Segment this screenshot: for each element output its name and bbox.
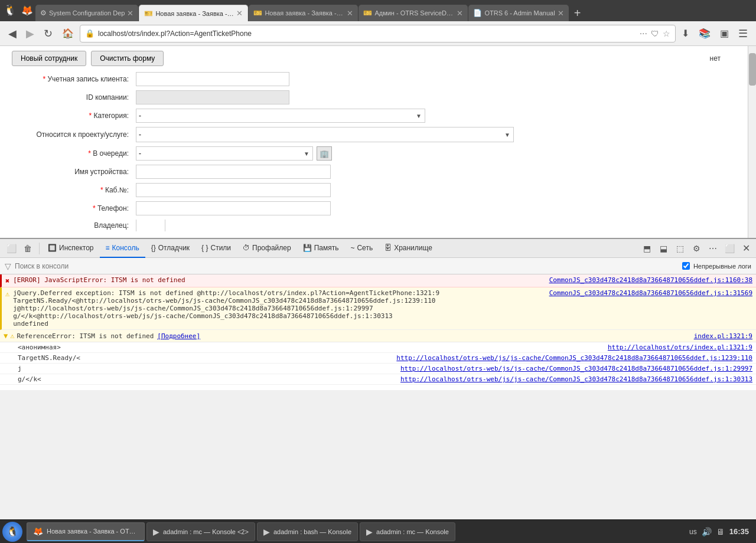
stack-link-4[interactable]: http://localhost/otrs-web/js/js-cache/Co… <box>400 375 752 383</box>
profiler-icon: ⏱ <box>243 244 250 252</box>
library-button[interactable]: 📚 <box>695 25 714 41</box>
clear-form-button[interactable]: Очистить форму <box>91 51 164 66</box>
tab5-icon: 📄 <box>473 9 482 17</box>
nav-bar: ◀ ▶ ↻ 🏠 🔒 localhost/otrs/index.pl?Action… <box>0 21 756 46</box>
devtools-panel: ⬜ 🗑 🔲 Инспектор ≡ Консоль {} Отладчик { … <box>0 238 756 390</box>
inspector-icon: 🔲 <box>48 244 57 252</box>
devtools-styles-btn[interactable]: { } Стили <box>195 239 237 258</box>
new-employee-button[interactable]: Новый сотрудник <box>12 51 86 66</box>
new-tab-button[interactable]: + <box>569 5 586 21</box>
tab1-close[interactable]: ✕ <box>127 9 133 18</box>
error-link[interactable]: CommonJS_c303d478c2418d8a736648710656dde… <box>545 276 752 284</box>
tab-system-config[interactable]: ⚙ System Configuration Dep ✕ <box>35 5 138 21</box>
scrollbar[interactable] <box>748 46 756 238</box>
address-bar[interactable]: 🔒 localhost/otrs/index.pl?Action=AgentTi… <box>80 25 676 42</box>
warning-text: jQuery.Deferred exception: ITSM is not d… <box>13 289 544 328</box>
devtools-trash-button[interactable]: 🗑 <box>20 241 35 256</box>
owner-label: Владелец: <box>12 221 136 230</box>
devtools-console-btn[interactable]: ≡ Консоль <box>100 239 145 258</box>
tab5-close[interactable]: ✕ <box>558 9 564 18</box>
devtools-pick-button[interactable]: ⬜ <box>4 241 19 256</box>
queue-org-button[interactable]: 🏢 <box>317 146 332 161</box>
firefox-taskbar-icon: 🦊 <box>33 526 43 536</box>
download-button[interactable]: ⬇ <box>678 25 693 41</box>
network-icon: ~ <box>350 244 354 252</box>
category-select[interactable]: - <box>136 109 425 123</box>
device-name-label: Имя устройства: <box>12 168 136 176</box>
project-select-wrapper: - ▼ <box>136 127 514 142</box>
project-select[interactable]: - <box>136 127 514 142</box>
room-input[interactable] <box>136 183 331 197</box>
phone-input[interactable] <box>136 201 331 215</box>
stack-label-1: <анонимная> <box>18 344 608 351</box>
devtools-close[interactable]: ✕ <box>738 241 754 256</box>
tab-new-ticket-1[interactable]: 🎫 Новая заявка - Заявка - О... ✕ <box>139 5 248 21</box>
continuous-log-checkbox[interactable] <box>682 262 690 270</box>
device-name-input[interactable] <box>136 165 331 179</box>
devtools-debugger-btn[interactable]: {} Отладчик <box>145 239 195 258</box>
warning-icon: ⚠ <box>5 290 9 298</box>
systray-volume-icon[interactable]: 🔊 <box>702 527 712 537</box>
ref-error-text: ReferenceError: ITSM is not defined <box>17 332 154 340</box>
more-icon: ··· <box>640 28 647 39</box>
os-icon: 🐧 <box>4 4 17 17</box>
reload-button[interactable]: ↻ <box>40 25 56 42</box>
devtools-network-btn[interactable]: ~ Сеть <box>344 239 379 258</box>
devtools-more[interactable]: ⋯ <box>705 241 721 256</box>
ref-error-file-link[interactable]: index.pl:1321:9 <box>694 332 752 340</box>
devtools-storage-btn[interactable]: 🗄 Хранилище <box>379 239 438 258</box>
menu-button[interactable]: ☰ <box>735 25 751 42</box>
owner-input[interactable] <box>136 220 165 231</box>
stack-label-2: TargetNS.Ready/< <box>18 354 396 362</box>
continuous-log-label: Непрерывные логи <box>693 263 751 270</box>
stack-link-3[interactable]: http://localhost/otrs-web/js/js-cache/Co… <box>400 365 752 372</box>
tab2-close[interactable]: ✕ <box>236 9 243 18</box>
queue-label: * В очереди: <box>12 149 136 158</box>
queue-select[interactable]: - <box>136 146 313 161</box>
customer-account-input[interactable] <box>136 72 289 86</box>
devtools-split-v[interactable]: ⬒ <box>639 241 654 256</box>
taskbar-start-button[interactable]: 🐧 <box>2 522 22 542</box>
sidebar-toggle[interactable]: ▣ <box>716 25 732 41</box>
devtools-profiler-btn[interactable]: ⏱ Профайлер <box>237 239 297 258</box>
taskbar-item-mc1[interactable]: ▶ adadmin : mc — Konsole <2> <box>146 522 255 541</box>
ref-error-section: ▼ ⚠ ReferenceError: ITSM is not defined … <box>0 330 756 385</box>
tab-new-ticket-2[interactable]: 🎫 Новая заявка - Заявка - О... ✕ <box>249 5 358 21</box>
stack-link-1[interactable]: http://localhost/otrs/index.pl:1321:9 <box>608 344 752 351</box>
warning-link[interactable]: CommonJS_c303d478c2418d8a736648710656dde… <box>545 289 752 297</box>
devtools-expand[interactable]: ⬜ <box>722 241 737 256</box>
company-id-input[interactable] <box>136 90 289 104</box>
taskbar-item-mc2[interactable]: ▶ adadmin : mc — Konsole <box>360 522 455 541</box>
bookmark-icon: ☆ <box>663 29 670 38</box>
taskbar-firefox-label: Новая заявка - Заявка - OTRS S... <box>47 528 138 535</box>
devtools-memory-btn[interactable]: 💾 Память <box>297 239 345 258</box>
scrollbar-thumb[interactable] <box>749 53 756 86</box>
firefox-icon: 🦊 <box>21 5 33 16</box>
inspector-label: Инспектор <box>59 244 94 252</box>
stack-link-2[interactable]: http://localhost/otrs-web/js/js-cache/Co… <box>396 354 752 362</box>
console-search-input[interactable] <box>15 262 679 270</box>
taskbar-item-bash[interactable]: ▶ adadmin : bash — Konsole <box>257 522 358 541</box>
home-button[interactable]: 🏠 <box>58 25 77 41</box>
devtools-detach[interactable]: ⬚ <box>672 241 687 256</box>
project-service-row: Относится к проекту/услуге: - ▼ <box>12 127 732 142</box>
devtools-right-icons: ⬒ ⬓ ⬚ ⚙ ⋯ ⬜ ✕ <box>639 241 754 256</box>
tab4-close[interactable]: ✕ <box>457 9 463 18</box>
room-label: * Каб.№: <box>12 186 136 194</box>
devtools-inspector-btn[interactable]: 🔲 Инспектор <box>42 239 100 258</box>
storage-label: Хранилище <box>394 244 432 252</box>
devtools-split-h[interactable]: ⬓ <box>656 241 671 256</box>
memory-icon: 💾 <box>303 244 312 252</box>
form-area: Новый сотрудник Очистить форму нет * Уче… <box>0 46 756 238</box>
forward-button[interactable]: ▶ <box>22 25 38 42</box>
tab-admin[interactable]: 🎫 Админ - OTRS ServiceDes... ✕ <box>359 5 468 21</box>
back-button[interactable]: ◀ <box>5 25 20 42</box>
phone-label: * Телефон: <box>12 204 136 212</box>
tab-admin-manual[interactable]: 📄 OTRS 6 - Admin Manual ✕ <box>468 5 568 21</box>
systray-network-icon[interactable]: 🖥 <box>716 527 725 537</box>
shield-icon: 🛡 <box>651 29 659 38</box>
devtools-settings[interactable]: ⚙ <box>689 241 704 256</box>
taskbar-item-firefox[interactable]: 🦊 Новая заявка - Заявка - OTRS S... <box>27 522 145 541</box>
tab3-close[interactable]: ✕ <box>347 9 353 18</box>
ref-error-more-link[interactable]: [Подробнее] <box>157 332 200 340</box>
